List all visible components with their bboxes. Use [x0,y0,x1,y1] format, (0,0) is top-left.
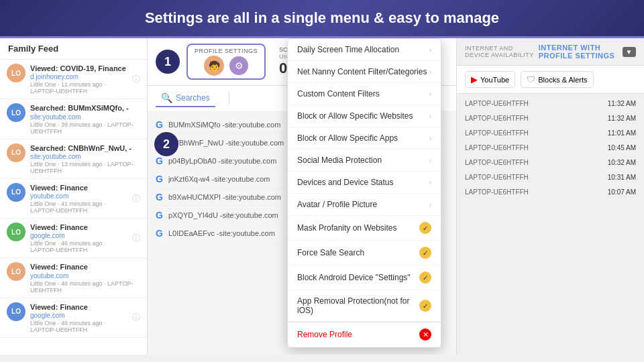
feed-item[interactable]: LO Searched: BUMmXSiMQfo, - site:youtube… [0,99,147,139]
feed-item-title: Searched: CNBhWnF_NwU, - [30,143,140,153]
feed-item[interactable]: LO Viewed: Finance google.com Little One… [0,298,147,338]
dropdown-arrow-icon[interactable]: ▼ [623,47,636,57]
dropdown-menu-item[interactable]: Devices and Device Status › [288,172,441,194]
feed-item-icon: ⓘ [132,74,140,85]
gear-icon: ⚙ [229,56,248,75]
right-tabs: ▶ YouTube 🛡 Blocks & Alerts [457,66,644,94]
family-feed-title: Family Feed [0,38,147,60]
feed-item-meta: Little One · 11 minutes ago · LAPTOP-UE6… [30,81,129,95]
dropdown-menu-item[interactable]: Custom Content Filters › [288,83,441,105]
searches-tab[interactable]: 🔍 Searches [156,90,215,107]
dropdown-menu-item[interactable]: Remove Profile ✕ [288,322,441,347]
feed-item[interactable]: LO Viewed: Finance youtube.com Little On… [0,258,147,298]
divider [229,92,229,105]
feed-avatar: LO [7,183,25,202]
check-icon: ✓ [419,222,431,234]
dropdown-menu-item[interactable]: Block or Allow Specific Websites › [288,105,441,127]
feed-item[interactable]: LO Searched: CNBhWnF_NwU, - site:youtube… [0,139,147,179]
feed-avatar: LO [7,143,25,162]
right-device-list: LAPTOP-UE6HTFFH 11:32 AM LAPTOP-UE6HTFFH… [457,94,644,355]
feed-item-meta: Little One · 13 minutes ago · LAPTOP-UE6… [30,161,140,174]
dropdown-menu-item[interactable]: Avatar / Profile Picture › [288,194,441,216]
profile-settings-label: PROFILE SETTINGS [195,48,258,54]
feed-item-source: youtube.com [30,272,140,280]
feed-item-source: site:youtube.com [30,153,140,160]
shield-icon: 🛡 [527,74,535,84]
profile-avatar-icon: 🧒 [204,56,224,76]
device-name: LAPTOP-UE6HTFFH [465,129,529,137]
device-name: LAPTOP-UE6HTFFH [465,188,529,196]
youtube-icon: ▶ [471,74,478,84]
dropdown-menu-item[interactable]: Force Safe Search ✓ [288,241,441,265]
profile-settings-box[interactable]: PROFILE SETTINGS 🧒 ⚙ [186,44,266,80]
check-icon: ✓ [419,247,431,259]
feed-content: Viewed: Finance youtube.com Little One ·… [30,183,129,214]
dropdown-item-label: Net Nanny Content Filter/Categories [297,67,427,76]
dropdown-menu-item[interactable]: App Removal Protection(not for iOS) ✓ [288,290,441,322]
feed-item[interactable]: LO Viewed: Finance youtube.com Little On… [0,179,147,219]
center-panel: 1 PROFILE SETTINGS 🧒 ⚙ SCREEN TIME A... … [148,38,456,355]
feed-content: Viewed: Finance google.com Little One · … [30,223,129,253]
dropdown-item-label: Social Media Protection [297,156,382,165]
feed-item-icon: ⓘ [132,233,140,244]
feed-content: Searched: CNBhWnF_NwU, - site:youtube.co… [30,143,140,174]
feed-list: LO Viewed: COVID-19, Finance d.joinhoney… [0,60,147,338]
feed-avatar: LO [7,103,25,122]
chevron-right-icon: › [429,68,431,76]
dropdown-item-label: Mask Profanity on Websites [297,223,397,233]
right-device-row: LAPTOP-UE6HTFFH 10:07 AM [457,185,644,200]
youtube-tab-label: YouTube [480,76,509,84]
dropdown-menu-item[interactable]: Mask Profanity on Websites ✓ [288,216,441,241]
feed-item-meta: Little One · 46 minutes ago · LAPTOP-UE6… [30,280,140,294]
device-time: 10:45 AM [608,144,636,152]
feed-item-title: Searched: BUMmXSiMQfo, - [30,103,140,113]
feed-item-source: d.joinhoney.com [30,73,129,80]
feed-item[interactable]: LO Viewed: COVID-19, Finance d.joinhoney… [0,60,147,99]
feed-item-icon: ⓘ [132,312,140,323]
device-time: 11:32 AM [608,100,636,107]
dropdown-items: Daily Screen Time Allocation › Net Nanny… [288,39,441,347]
dropdown-menu-item[interactable]: Daily Screen Time Allocation › [288,39,441,61]
feed-item-source: google.com [30,232,129,239]
chevron-right-icon: › [429,46,431,54]
dropdown-menu-item[interactable]: Block Android Device "Settings" ✓ [288,265,441,290]
blocks-alerts-tab[interactable]: 🛡 Blocks & Alerts [521,71,593,88]
chevron-right-icon: › [429,179,431,186]
feed-item-title: Viewed: COVID-19, Finance [30,64,129,73]
feed-item-title: Viewed: Finance [30,183,129,192]
device-time: 10:32 AM [608,159,636,166]
dropdown-menu-item[interactable]: Net Nanny Content Filter/Categories › [288,61,441,83]
feed-item-source: youtube.com [30,192,129,200]
right-device-row: LAPTOP-UE6HTFFH 10:31 AM [457,170,644,185]
dropdown-item-label: Remove Profile [297,330,352,339]
feed-content: Viewed: Finance google.com Little One · … [30,302,129,333]
top-banner: Settings are all in a single menu & easy… [0,0,644,38]
searches-tab-label: Searches [176,93,210,103]
device-time: 11:32 AM [608,115,636,122]
google-icon: G [156,210,163,221]
google-icon: G [156,228,163,239]
main-layout: Family Feed LO Viewed: COVID-19, Finance… [0,38,644,355]
feed-item-title: Viewed: Finance [30,223,129,232]
feed-avatar: LO [7,64,25,82]
dropdown-menu-item[interactable]: Social Media Protection › [288,149,441,172]
feed-avatar: LO [7,262,25,281]
dropdown-menu: Daily Screen Time Allocation › Net Nanny… [287,38,441,348]
feed-item-title: Viewed: Finance [30,262,140,272]
internet-dropdown[interactable]: Internet with Profile Settings ▼ [539,44,636,60]
dropdown-menu-item[interactable]: Block or Allow Specific Apps › [288,127,441,149]
feed-content: Searched: BUMmXSiMQfo, - site:youtube.co… [30,103,140,134]
check-icon: ✓ [419,300,431,312]
chevron-right-icon: › [429,113,431,120]
google-icon: G [156,156,163,166]
device-name: LAPTOP-UE6HTFFH [465,174,529,181]
youtube-tab[interactable]: ▶ YouTube [465,71,515,88]
family-feed-panel: Family Feed LO Viewed: COVID-19, Finance… [0,38,148,355]
feed-item[interactable]: LO Viewed: Finance google.com Little One… [0,219,147,258]
dropdown-item-label: Force Safe Search [297,248,364,257]
feed-content: Viewed: Finance youtube.com Little One ·… [30,262,140,293]
google-icon: G [156,192,163,202]
internet-link[interactable]: Internet with Profile Settings [539,44,619,60]
feed-avatar: LO [7,302,25,321]
device-name: LAPTOP-UE6HTFFH [465,100,529,107]
